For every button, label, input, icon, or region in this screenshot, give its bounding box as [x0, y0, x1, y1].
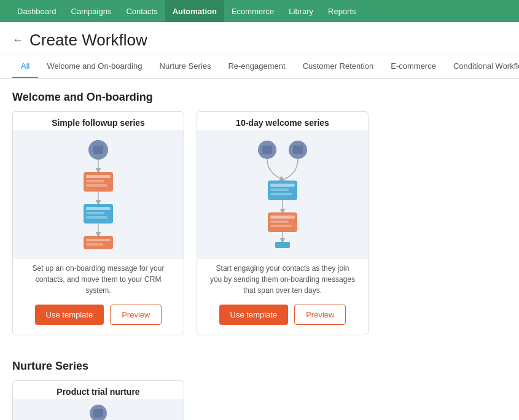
- welcome-cards-row: Simple followup series: [0, 111, 519, 348]
- svg-rect-26: [270, 216, 295, 219]
- card-diagram-10day-welcome: [197, 130, 368, 259]
- section-heading-nurture: Nurture Series: [0, 348, 519, 380]
- top-navigation: Dashboard Campaigns Contacts Automation …: [0, 0, 519, 22]
- tab-welcome-onboarding[interactable]: Welcome and On-boarding: [38, 55, 150, 78]
- svg-rect-27: [270, 220, 289, 223]
- page-header: ← Create Workflow: [0, 22, 519, 55]
- svg-rect-22: [270, 189, 289, 191]
- card-title-product-trial: Product trial nurture: [13, 381, 184, 399]
- svg-rect-23: [270, 193, 292, 195]
- svg-rect-19: [293, 146, 303, 154]
- nav-contacts[interactable]: Contacts: [119, 0, 165, 22]
- svg-rect-11: [86, 216, 107, 219]
- nav-ecommerce[interactable]: Ecommerce: [224, 0, 281, 22]
- svg-rect-9: [86, 207, 111, 210]
- svg-rect-13: [84, 236, 113, 249]
- card-description-simple-followup: Set up an on-boarding message for your c…: [13, 259, 184, 305]
- tabs-bar: All Welcome and On-boarding Nurture Seri…: [0, 55, 519, 79]
- card-description-10day-welcome: Start engaging your contacts as they joi…: [197, 259, 368, 305]
- svg-rect-4: [86, 175, 111, 178]
- svg-rect-1: [93, 146, 103, 154]
- svg-rect-32: [93, 409, 103, 418]
- preview-button-10day-welcome[interactable]: Preview: [294, 305, 346, 325]
- card-actions-simple-followup: Use template Preview: [13, 305, 184, 335]
- tab-reengagement[interactable]: Re-engagement: [219, 55, 294, 78]
- card-diagram-simple-followup: [13, 130, 184, 259]
- nav-library[interactable]: Library: [281, 0, 321, 22]
- card-diagram-product-trial: [13, 399, 184, 420]
- tab-ecommerce[interactable]: E-commerce: [382, 55, 445, 78]
- svg-rect-21: [270, 184, 295, 187]
- tab-conditional-workflow[interactable]: Conditional Workflow: [445, 55, 519, 78]
- nav-reports[interactable]: Reports: [321, 0, 364, 22]
- use-template-button-simple-followup[interactable]: Use template: [35, 305, 104, 325]
- card-simple-followup: Simple followup series: [12, 111, 184, 335]
- section-heading-welcome: Welcome and On-boarding: [0, 79, 519, 111]
- svg-rect-17: [262, 146, 272, 154]
- svg-rect-30: [275, 242, 290, 248]
- nurture-cards-row: Product trial nurture: [0, 380, 519, 420]
- card-title-simple-followup: Simple followup series: [13, 112, 184, 130]
- card-product-trial-nurture: Product trial nurture: [12, 380, 184, 420]
- nav-automation[interactable]: Automation: [165, 0, 224, 22]
- card-title-10day-welcome: 10-day welcome series: [197, 112, 368, 130]
- svg-rect-5: [86, 180, 104, 182]
- card-actions-10day-welcome: Use template Preview: [197, 305, 368, 335]
- svg-rect-15: [86, 243, 103, 246]
- tab-all[interactable]: All: [12, 55, 38, 78]
- tab-nurture-series[interactable]: Nurture Series: [151, 55, 220, 78]
- svg-rect-14: [86, 239, 111, 241]
- svg-rect-28: [270, 225, 292, 227]
- nav-campaigns[interactable]: Campaigns: [64, 0, 119, 22]
- page-title: Create Workflow: [29, 31, 147, 50]
- back-button[interactable]: ←: [12, 34, 23, 47]
- card-10day-welcome: 10-day welcome series: [197, 111, 369, 335]
- preview-button-simple-followup[interactable]: Preview: [110, 305, 162, 325]
- svg-rect-10: [86, 212, 104, 214]
- tab-customer-retention[interactable]: Customer Retention: [294, 55, 383, 78]
- nav-dashboard[interactable]: Dashboard: [10, 0, 64, 22]
- svg-rect-6: [86, 184, 107, 187]
- use-template-button-10day-welcome[interactable]: Use template: [219, 305, 289, 325]
